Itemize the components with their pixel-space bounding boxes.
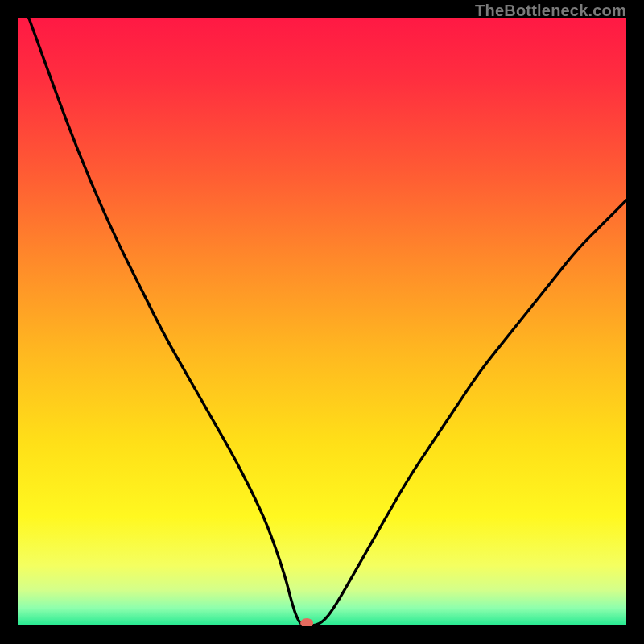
plot-area <box>18 18 626 626</box>
optimum-marker <box>300 618 313 626</box>
bottleneck-curve <box>18 18 626 626</box>
watermark-text: TheBottleneck.com <box>475 2 626 20</box>
outer-frame: TheBottleneck.com <box>0 0 644 644</box>
